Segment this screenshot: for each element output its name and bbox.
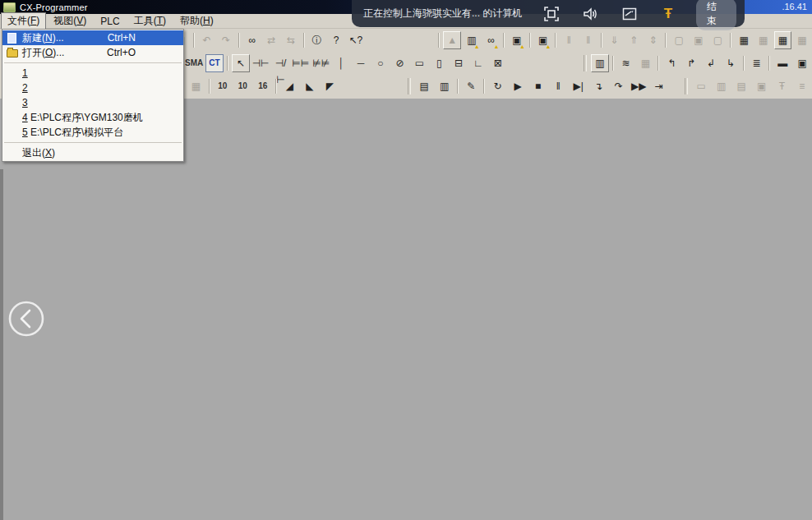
window-cascade-icon: ▭ bbox=[692, 77, 711, 95]
menu-item-2[interactable]: PLC bbox=[94, 14, 126, 29]
window-left-edge bbox=[0, 169, 3, 520]
auto-online-icon[interactable]: ▥▲ bbox=[463, 31, 481, 49]
new-horizontal-line-icon[interactable]: ─ bbox=[352, 54, 370, 72]
remote-control-icon[interactable]: Ŧ bbox=[658, 4, 677, 24]
file-menu-item-1[interactable]: 打开(O)...Ctrl+O bbox=[2, 45, 183, 60]
context-help-icon[interactable]: ↖? bbox=[347, 31, 365, 49]
new-or-contact-icon[interactable]: ⊨⊨ bbox=[291, 54, 310, 72]
menu-item-label: 1 bbox=[22, 67, 28, 79]
transfer-to-plc-icon: ⇓ bbox=[606, 31, 624, 49]
sim-stop-icon[interactable]: ■ bbox=[528, 77, 547, 95]
sim-run-icon[interactable]: ▶ bbox=[509, 77, 528, 95]
toolbar-separator bbox=[483, 79, 485, 94]
cross-reference-icon[interactable]: ≣ bbox=[748, 54, 766, 72]
compile-icon[interactable]: ≋ bbox=[617, 54, 635, 72]
sim-step-icon[interactable]: ▶| bbox=[569, 77, 588, 95]
new-closed-coil-icon[interactable]: ⊘ bbox=[391, 54, 409, 72]
simulator-online-icon[interactable]: ▣▲ bbox=[534, 31, 552, 49]
selection-cursor-icon[interactable]: ↖ bbox=[232, 54, 250, 72]
pause-monitor-icon: ‖ bbox=[579, 31, 597, 49]
toolbar-more-icon: ≡ bbox=[793, 77, 812, 95]
sim-step-in-icon[interactable]: ↴ bbox=[589, 77, 608, 95]
new-vertical-line-icon[interactable]: │ bbox=[332, 54, 350, 72]
warning-badge: ▲ bbox=[519, 44, 525, 49]
speaker-icon[interactable] bbox=[581, 4, 600, 24]
menu-icon-empty bbox=[4, 97, 21, 108]
mnemonic-view-icon: SMA bbox=[184, 54, 204, 72]
find-replace-icon: ⇄ bbox=[262, 31, 280, 49]
watch-grid-icon[interactable]: ▦ bbox=[774, 31, 792, 49]
corner-line-icon[interactable]: ∟ bbox=[469, 54, 487, 72]
memory-grid-icon: ▦ bbox=[793, 31, 811, 49]
sim-continuous-run-icon[interactable]: ▶▶ bbox=[630, 77, 648, 95]
menu-item-1[interactable]: 视图(V) bbox=[47, 12, 93, 30]
toolbar-separator bbox=[227, 56, 228, 71]
output-window-icon[interactable]: ▣ bbox=[793, 54, 811, 72]
file-menu-item-9[interactable]: 退出(X) bbox=[2, 145, 183, 160]
new-coil-icon[interactable]: ○ bbox=[371, 54, 390, 72]
end-session-button[interactable]: 结束 bbox=[696, 0, 736, 30]
window-arrange-icon: ▣ bbox=[753, 77, 772, 95]
sim-pause-icon[interactable]: ‖ bbox=[549, 77, 568, 95]
find-icon[interactable]: ∞ bbox=[243, 31, 261, 49]
menu-item-label: 退出(X) bbox=[22, 146, 55, 160]
transfer-program-icon[interactable]: ▥ bbox=[591, 54, 609, 72]
memory-edit-icon[interactable]: ✎ bbox=[462, 77, 481, 95]
insert-row-icon[interactable]: ↲ bbox=[702, 54, 720, 72]
delete-rung-icon[interactable]: ↱ bbox=[682, 54, 700, 72]
menu-item-label: 打开(O)... bbox=[22, 46, 64, 60]
menu-separator bbox=[4, 142, 182, 143]
menu-item-4[interactable]: 帮助(H) bbox=[173, 12, 220, 30]
function-block-icon[interactable]: ⊟ bbox=[450, 54, 468, 72]
toolbar-separator bbox=[601, 33, 602, 48]
toolbar-separator bbox=[657, 56, 659, 71]
menu-separator bbox=[4, 62, 182, 63]
annotate-window-icon[interactable] bbox=[620, 4, 639, 24]
invert-icon[interactable]: ⊠ bbox=[489, 54, 507, 72]
warning-badge: ▲ bbox=[474, 44, 480, 49]
back-button[interactable] bbox=[7, 300, 45, 338]
simulation-mode-icon[interactable]: ↻ bbox=[488, 77, 507, 95]
program-mode-icon: ▢ bbox=[670, 31, 688, 49]
auto-online-network-icon[interactable]: ∞▲ bbox=[482, 31, 501, 49]
menu-item-label: 3 bbox=[22, 97, 28, 108]
plc-memory-icon[interactable]: ▤ bbox=[415, 77, 434, 95]
online-save-icon[interactable]: ▣▲ bbox=[508, 31, 526, 49]
insert-rung-above-icon[interactable]: ↰ bbox=[662, 54, 681, 72]
warning-badge: ▲ bbox=[545, 44, 551, 49]
file-menu-item-5[interactable]: 3 bbox=[2, 95, 183, 110]
file-menu-item-0[interactable]: 新建(N)...Ctrl+N bbox=[2, 30, 183, 45]
monitor-decimal-icon[interactable]: 10 bbox=[214, 77, 233, 95]
properties-icon[interactable]: ⓘ bbox=[308, 31, 326, 49]
fullscreen-icon[interactable] bbox=[542, 4, 561, 24]
menu-item-3[interactable]: 工具(T) bbox=[127, 12, 173, 30]
toolbar-separator bbox=[730, 33, 731, 48]
force-cancel-icon[interactable]: ◤ bbox=[321, 77, 339, 95]
ladder-view-icon[interactable]: CT bbox=[205, 54, 224, 72]
new-contact-icon[interactable]: ⊣⊢ bbox=[251, 54, 270, 72]
watch-window-icon[interactable]: ▬ bbox=[773, 54, 791, 72]
online-edit-icon: ‖ bbox=[560, 31, 578, 49]
new-closed-contact-icon[interactable]: ⊣/⊢ bbox=[271, 54, 289, 72]
file-menu-item-3[interactable]: 1 bbox=[2, 66, 183, 81]
plc-memory-backup-icon[interactable]: ▥ bbox=[435, 77, 454, 95]
warning-badge: ▲ bbox=[493, 44, 499, 49]
compare-with-plc-icon: ⇕ bbox=[644, 31, 662, 49]
sim-run-to-break-icon[interactable]: ⇥ bbox=[650, 77, 669, 95]
force-on-icon[interactable]: ◢ bbox=[280, 77, 299, 95]
new-instruction-icon[interactable]: ▭ bbox=[411, 54, 429, 72]
file-menu-item-4[interactable]: 2 bbox=[2, 81, 183, 95]
new-instruction-set-icon[interactable]: ▯ bbox=[430, 54, 448, 72]
sim-step-over-icon[interactable]: ↷ bbox=[610, 77, 629, 95]
help-icon[interactable]: ? bbox=[327, 31, 345, 49]
menu-item-label: 5 E:\PLC程序\模拟平台 bbox=[22, 126, 123, 140]
new-closed-or-contact-icon[interactable]: ⊭⊭ bbox=[311, 54, 330, 72]
menu-item-0[interactable]: 文件(F) bbox=[1, 12, 46, 30]
file-menu-item-6[interactable]: 4 E:\PLC程序\YGM130磨机 bbox=[2, 110, 183, 125]
io-table-grid-icon[interactable]: ▦ bbox=[735, 31, 753, 49]
file-menu-item-7[interactable]: 5 E:\PLC程序\模拟平台 bbox=[2, 125, 183, 140]
window-stack-icon: ▤ bbox=[732, 77, 751, 95]
delete-row-icon[interactable]: ↳ bbox=[722, 54, 740, 72]
monitor-hex-icon[interactable]: 16 bbox=[254, 77, 273, 95]
force-off-icon[interactable]: ◣ bbox=[301, 77, 320, 95]
